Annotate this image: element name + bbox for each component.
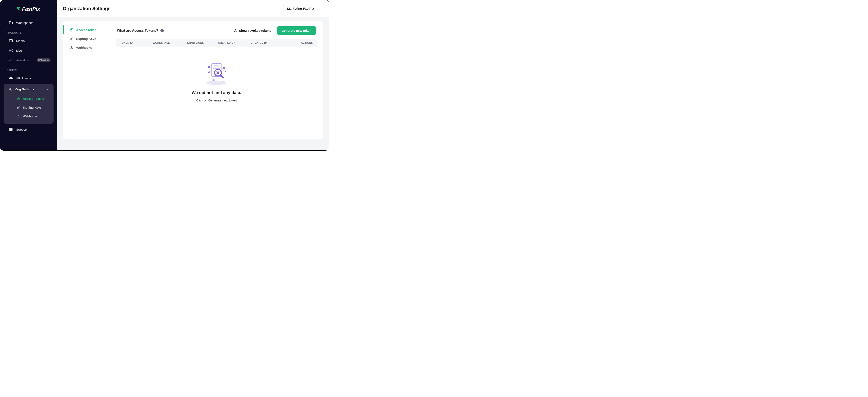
sidebar-subitem-label: Signing Keys <box>23 106 41 109</box>
empty-title: We did not find any data. <box>192 90 241 95</box>
help-icon: ? <box>9 127 13 132</box>
org-selector-label: Marketing FastPix <box>287 7 314 10</box>
svg-point-11 <box>70 38 72 40</box>
sidebar: FastPix Workspaces PRODUCTS Media Live <box>0 0 57 150</box>
svg-point-16 <box>207 81 226 85</box>
sidebar-item-org-settings[interactable]: Org Settings <box>4 84 54 94</box>
svg-point-4 <box>18 107 19 109</box>
svg-rect-19 <box>213 68 220 69</box>
col-workspace: WORKSPACE <box>153 41 186 44</box>
svg-point-12 <box>70 48 71 49</box>
show-revoked-toggle[interactable]: Show revoked tokens <box>234 29 271 33</box>
topbar: Organization Settings Marketing FastPix <box>57 0 329 17</box>
tab-access-token[interactable]: Access token <box>63 25 116 34</box>
key-icon <box>70 37 74 40</box>
sidebar-item-label: Media <box>16 39 25 43</box>
sidebar-item-label: Support <box>16 128 27 131</box>
sidebar-item-label: Live <box>16 49 22 52</box>
org-settings-subitems: Access Tokens Signing Keys Webhooks <box>4 94 54 124</box>
svg-point-10 <box>71 29 72 30</box>
svg-point-2 <box>10 89 11 90</box>
tab-label: Webhooks <box>76 46 92 49</box>
tab-webhooks[interactable]: Webhooks <box>63 43 116 52</box>
svg-point-5 <box>18 117 18 117</box>
sidebar-item-analytics[interactable]: Analytics UPCOMING <box>0 55 57 65</box>
info-text: What are Access Tokens? <box>117 29 158 33</box>
sidebar-subitem-access-tokens[interactable]: Access Tokens <box>12 94 54 103</box>
sidebar-item-label: Org Settings <box>15 87 34 91</box>
sidebar-subitem-label: Access Tokens <box>23 97 44 100</box>
svg-point-14 <box>71 46 72 47</box>
empty-state: We did not find any data. Click on Gener… <box>116 47 317 133</box>
page-title: Organization Settings <box>63 6 111 11</box>
sidebar-item-label: API Usage <box>16 77 31 80</box>
brand-name: FastPix <box>22 6 40 12</box>
info-icon: i <box>160 29 164 32</box>
sidebar-item-live[interactable]: Live <box>0 45 57 55</box>
cloud-icon <box>9 76 13 81</box>
svg-rect-18 <box>213 65 219 66</box>
col-created-on: CREATED ON <box>218 41 251 44</box>
upcoming-badge: UPCOMING <box>36 58 51 62</box>
svg-point-13 <box>72 48 73 49</box>
tab-label: Access token <box>76 28 97 32</box>
fastpix-logo-icon <box>16 7 21 11</box>
sidebar-subitem-webhooks[interactable]: Webhooks <box>12 112 54 121</box>
svg-rect-0 <box>9 39 12 42</box>
main-content: Organization Settings Marketing FastPix … <box>57 0 329 150</box>
content-area: Access token Signing Keys Webhooks <box>57 17 329 150</box>
brand-logo[interactable]: FastPix <box>0 0 57 18</box>
webhook-icon <box>70 45 74 49</box>
svg-point-6 <box>19 117 20 117</box>
tab-label: Signing Keys <box>76 37 96 40</box>
col-actions: ACTIONS <box>283 41 313 44</box>
key-icon <box>16 105 21 110</box>
svg-point-1 <box>10 50 11 51</box>
org-selector[interactable]: Marketing FastPix <box>283 4 323 13</box>
col-permissions: PERMISSIONS <box>185 41 218 44</box>
generate-token-button[interactable]: Generate new token <box>277 26 316 35</box>
sidebar-subitem-label: Webhooks <box>23 115 38 118</box>
analytics-icon <box>9 58 13 62</box>
gear-icon <box>8 87 12 91</box>
body-header: What are Access Tokens? i Show revoked t… <box>116 25 317 39</box>
col-created-by: CREATED BY <box>251 41 283 44</box>
table-header: TOKEN ID WORKSPACE PERMISSIONS CREATED O… <box>116 39 317 47</box>
chevron-down-icon <box>46 87 49 91</box>
webhook-icon <box>16 114 21 119</box>
sidebar-item-api-usage[interactable]: API Usage <box>0 73 57 83</box>
svg-point-7 <box>18 115 19 116</box>
sidebar-group-org-settings: Org Settings Access Tokens Signing Keys <box>4 84 54 124</box>
svg-point-24 <box>225 72 226 73</box>
svg-point-23 <box>209 72 210 73</box>
sidebar-subitem-signing-keys[interactable]: Signing Keys <box>12 103 54 112</box>
section-label-products: PRODUCTS <box>0 28 57 36</box>
panel-body: What are Access Tokens? i Show revoked t… <box>116 21 323 139</box>
panel-tabs: Access token Signing Keys Webhooks <box>63 21 116 139</box>
sidebar-item-support[interactable]: ? Support <box>0 125 57 134</box>
svg-point-3 <box>18 98 19 99</box>
shield-icon <box>70 28 74 32</box>
empty-illustration-icon <box>203 60 230 87</box>
svg-text:?: ? <box>10 128 11 131</box>
header-actions: Show revoked tokens Generate new token <box>234 26 316 35</box>
show-revoked-label: Show revoked tokens <box>239 29 271 32</box>
svg-point-15 <box>235 30 236 31</box>
tab-signing-keys[interactable]: Signing Keys <box>63 34 116 43</box>
empty-subtitle: Click on Generate new token <box>196 98 237 102</box>
media-icon <box>9 38 13 43</box>
sidebar-item-label: Workspaces <box>16 21 33 25</box>
settings-panel: Access token Signing Keys Webhooks <box>63 21 323 139</box>
broadcast-icon <box>9 48 13 53</box>
sidebar-item-workspaces[interactable]: Workspaces <box>0 18 57 28</box>
eye-icon <box>234 29 237 33</box>
chevron-right-icon <box>316 7 319 10</box>
col-token-id: TOKEN ID <box>120 41 153 44</box>
shield-icon <box>16 96 21 101</box>
info-text-container[interactable]: What are Access Tokens? i <box>117 29 164 33</box>
sidebar-item-media[interactable]: Media <box>0 36 57 45</box>
folder-plus-icon <box>9 20 13 25</box>
sidebar-item-label: Analytics <box>16 58 29 62</box>
section-label-others: OTHERS <box>0 65 57 73</box>
